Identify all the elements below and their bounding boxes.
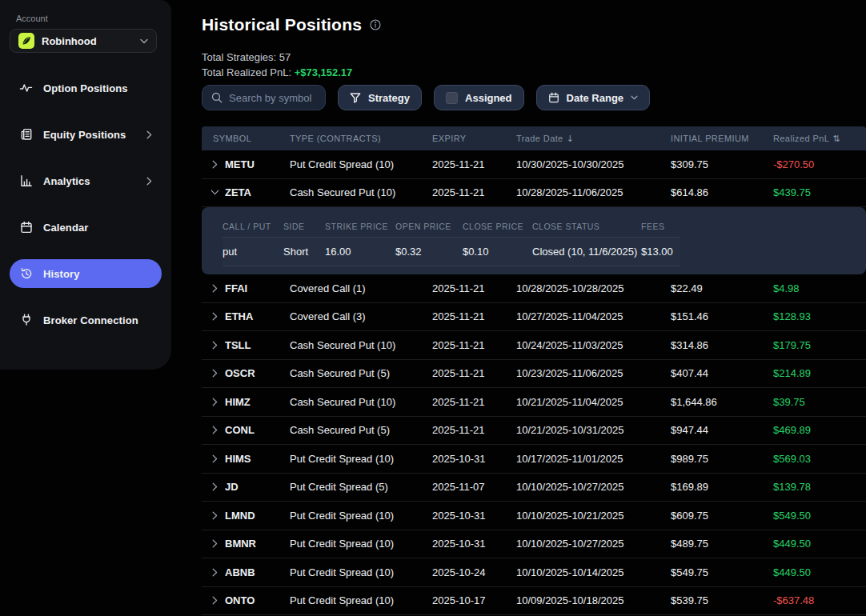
premium-cell: $614.86 bbox=[671, 186, 773, 198]
table-row[interactable]: ETHA Covered Call (3) 2025-11-21 10/27/2… bbox=[202, 303, 866, 332]
trade-date-cell: 10/10/2025-10/21/2025 bbox=[516, 510, 671, 522]
chevron-right-icon[interactable] bbox=[212, 284, 218, 293]
activity-icon bbox=[19, 82, 33, 94]
sidebar-item-analytics[interactable]: Analytics bbox=[10, 166, 162, 195]
main-content: Historical Positions Total Strategies: 5… bbox=[202, 0, 866, 616]
sidebar-item-label: History bbox=[43, 268, 152, 280]
totals-summary: Total Strategies: 57 Total Realized PnL:… bbox=[202, 50, 352, 80]
type-cell: Cash Secured Put (10) bbox=[290, 339, 432, 351]
sidebar-item-label: Equity Positions bbox=[43, 129, 136, 141]
sidebar: Account Robinhood Option Positions Equit… bbox=[0, 0, 171, 370]
table-row[interactable]: TSLL Cash Secured Put (10) 2025-11-21 10… bbox=[202, 331, 866, 360]
col-trade-date[interactable]: Trade Date↓ bbox=[516, 134, 671, 144]
realized-pnl-cell: $469.89 bbox=[773, 424, 866, 436]
table-row[interactable]: OSCR Cash Secured Put (5) 2025-11-21 10/… bbox=[202, 360, 866, 389]
sidebar-item-calendar[interactable]: Calendar bbox=[10, 213, 162, 242]
symbol-cell: BMNR bbox=[225, 538, 256, 550]
symbol-search[interactable] bbox=[202, 85, 326, 110]
col-realized-pnl[interactable]: Realized PnL⇅ bbox=[773, 134, 866, 144]
symbol-cell: TSLL bbox=[225, 339, 251, 351]
premium-cell: $309.75 bbox=[671, 158, 773, 170]
sidebar-item-broker-connection[interactable]: Broker Connection bbox=[10, 306, 162, 334]
type-cell: Cash Secured Put (5) bbox=[290, 424, 432, 436]
date-range-button[interactable]: Date Range bbox=[536, 85, 651, 110]
symbol-cell: ZETA bbox=[225, 186, 251, 198]
leg-detail-header: CALL / PUT SIDE STRIKE PRICE OPEN PRICE … bbox=[223, 215, 680, 238]
table-row[interactable]: CONL Cash Secured Put (5) 2025-11-21 10/… bbox=[202, 417, 866, 446]
chevron-right-icon[interactable] bbox=[212, 188, 218, 197]
table-row[interactable]: FFAI Covered Call (1) 2025-11-21 10/28/2… bbox=[202, 274, 866, 303]
realized-pnl-cell: $4.98 bbox=[773, 282, 866, 294]
account-selector[interactable]: Robinhood bbox=[10, 29, 157, 53]
account-name: Robinhood bbox=[42, 35, 133, 47]
realized-pnl-cell: $439.75 bbox=[773, 186, 866, 198]
leg-fees: $13.00 bbox=[641, 246, 680, 258]
leg-close-status: Closed (10, 11/6/2025) bbox=[532, 246, 641, 258]
table-row[interactable]: ABNB Put Credit Spread (10) 2025-10-24 1… bbox=[202, 558, 866, 587]
chevron-right-icon[interactable] bbox=[212, 369, 218, 378]
assigned-checkbox[interactable] bbox=[446, 92, 458, 104]
table-row[interactable]: BMNR Put Credit Spread (10) 2025-10-31 1… bbox=[202, 530, 866, 559]
table-row[interactable]: LMND Put Credit Spread (10) 2025-10-31 1… bbox=[202, 502, 866, 530]
realized-pnl-cell: -$637.48 bbox=[773, 594, 866, 606]
sort-both-icon: ⇅ bbox=[832, 134, 840, 144]
chevron-right-icon[interactable] bbox=[212, 341, 218, 350]
symbol-cell: FFAI bbox=[225, 282, 247, 294]
premium-cell: $989.75 bbox=[671, 453, 773, 465]
chevron-right-icon[interactable] bbox=[212, 568, 218, 577]
sidebar-item-label: Calendar bbox=[43, 222, 152, 234]
robinhood-feather-icon bbox=[18, 33, 34, 49]
table-header: SYMBOL TYPE (CONTRACTS) EXPIRY Trade Dat… bbox=[202, 126, 866, 150]
table-row[interactable]: JD Put Credit Spread (5) 2025-11-07 10/1… bbox=[202, 474, 866, 502]
search-input[interactable] bbox=[229, 92, 316, 104]
type-cell: Put Credit Spread (10) bbox=[290, 566, 432, 578]
col-type: TYPE (CONTRACTS) bbox=[290, 134, 432, 143]
page-title: Historical Positions bbox=[202, 15, 362, 34]
chevron-right-icon[interactable] bbox=[212, 454, 218, 463]
type-cell: Put Credit Spread (10) bbox=[290, 594, 432, 606]
sidebar-item-equity-positions[interactable]: Equity Positions bbox=[10, 120, 162, 149]
realized-pnl-cell: $549.50 bbox=[773, 510, 866, 522]
assigned-filter-button[interactable]: Assigned bbox=[434, 85, 524, 110]
chevron-right-icon[interactable] bbox=[212, 426, 218, 434]
chevron-right-icon[interactable] bbox=[212, 539, 218, 548]
chevron-right-icon[interactable] bbox=[212, 398, 218, 406]
ledger-icon bbox=[19, 128, 33, 141]
realized-pnl-cell: $179.75 bbox=[773, 339, 866, 351]
table-row[interactable]: ZETA Cash Secured Put (10) 2025-11-21 10… bbox=[202, 179, 866, 208]
positions-table: SYMBOL TYPE (CONTRACTS) EXPIRY Trade Dat… bbox=[202, 126, 866, 615]
premium-cell: $489.75 bbox=[671, 538, 773, 550]
premium-cell: $609.75 bbox=[671, 510, 773, 522]
symbol-cell: ABNB bbox=[225, 566, 255, 578]
total-strategies-value: 57 bbox=[279, 51, 291, 63]
leg-detail-row: put Short 16.00 $0.32 $0.10 Closed (10, … bbox=[223, 238, 680, 266]
trade-date-cell: 10/28/2025-11/06/2025 bbox=[516, 186, 671, 198]
table-row[interactable]: HIMZ Cash Secured Put (10) 2025-11-21 10… bbox=[202, 388, 866, 417]
trade-date-cell: 10/09/2025-10/18/2025 bbox=[516, 594, 671, 606]
chevron-right-icon[interactable] bbox=[212, 596, 218, 605]
chevron-right-icon[interactable] bbox=[212, 482, 218, 491]
chevron-right-icon bbox=[146, 177, 152, 186]
sidebar-item-history[interactable]: History bbox=[10, 259, 162, 288]
realized-pnl-cell: $39.75 bbox=[773, 396, 866, 408]
chevron-right-icon[interactable] bbox=[212, 160, 218, 169]
expiry-cell: 2025-11-21 bbox=[432, 367, 516, 379]
sidebar-item-option-positions[interactable]: Option Positions bbox=[10, 74, 162, 102]
chevron-right-icon[interactable] bbox=[212, 312, 218, 321]
table-row[interactable]: ONTO Put Credit Spread (10) 2025-10-17 1… bbox=[202, 587, 866, 616]
funnel-icon bbox=[350, 93, 361, 103]
leg-detail-table: CALL / PUT SIDE STRIKE PRICE OPEN PRICE … bbox=[223, 215, 680, 266]
trade-date-cell: 10/10/2025-10/27/2025 bbox=[516, 538, 671, 550]
strategy-filter-button[interactable]: Strategy bbox=[338, 85, 422, 110]
expiry-cell: 2025-10-17 bbox=[432, 594, 516, 606]
expiry-cell: 2025-10-24 bbox=[432, 566, 516, 578]
realized-pnl-cell: $139.78 bbox=[773, 481, 866, 493]
col-symbol: SYMBOL bbox=[202, 134, 290, 143]
type-cell: Cash Secured Put (5) bbox=[290, 367, 432, 379]
table-row[interactable]: HIMS Put Credit Spread (10) 2025-10-31 1… bbox=[202, 445, 866, 474]
realized-pnl-cell: $569.03 bbox=[773, 453, 866, 465]
chevron-down-icon bbox=[140, 38, 148, 44]
chevron-right-icon[interactable] bbox=[212, 511, 218, 520]
table-row[interactable]: METU Put Credit Spread (10) 2025-11-21 1… bbox=[202, 150, 866, 179]
info-icon[interactable] bbox=[370, 19, 381, 30]
